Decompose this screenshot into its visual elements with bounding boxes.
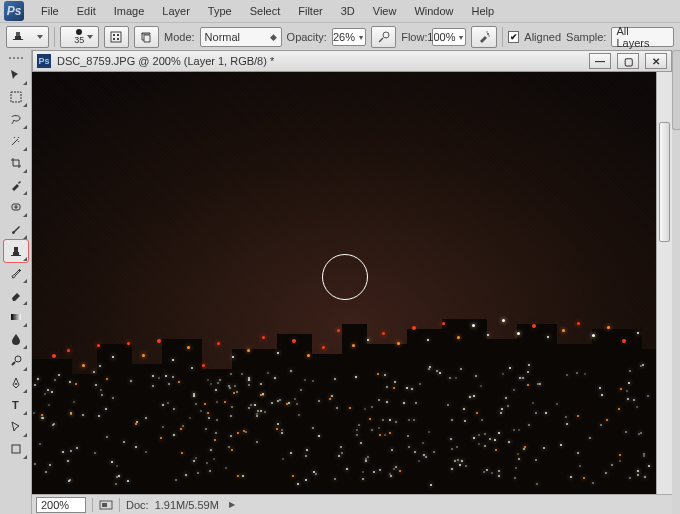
menu-edit[interactable]: Edit [68,2,105,20]
sample-select[interactable]: All Layers [611,27,674,47]
svg-rect-5 [113,38,115,40]
airbrush-toggle[interactable] [471,26,496,48]
blur-tool[interactable] [4,328,28,350]
mode-select[interactable]: Normal ◆ [200,27,282,47]
doc-size-value: 1.91M/5.59M [155,499,219,511]
opacity-label: Opacity: [287,31,327,43]
shape-tool[interactable] [4,438,28,460]
menu-3d[interactable]: 3D [332,2,364,20]
brush-preset-picker[interactable]: 35 [60,26,99,48]
separator [502,27,503,47]
svg-rect-11 [11,92,21,102]
aligned-checkbox[interactable]: ✔ [508,31,520,43]
svg-rect-3 [113,34,115,36]
svg-rect-19 [102,503,107,507]
mode-label: Mode: [164,31,195,43]
options-bar: 35 Mode: Normal ◆ Opacity: 26% ▾ Flow: 1… [0,22,680,50]
separator [54,27,55,47]
flow-label: Flow: [401,31,427,43]
menu-select[interactable]: Select [241,2,290,20]
move-tool[interactable] [4,64,28,86]
svg-text:T: T [12,399,19,411]
sample-label: Sample: [566,31,606,43]
panel-grip[interactable] [0,54,31,62]
history-brush-tool[interactable] [4,262,28,284]
menu-view[interactable]: View [364,2,406,20]
scrollbar-thumb[interactable] [659,122,670,242]
path-select-tool[interactable] [4,416,28,438]
clone-source-panel[interactable] [134,26,159,48]
canvas[interactable] [32,72,672,494]
opacity-value: 26% [333,31,355,43]
menu-bar: Ps File Edit Image Layer Type Select Fil… [0,0,680,22]
document-header: Ps DSC_8759.JPG @ 200% (Layer 1, RGB/8) … [32,50,672,72]
pen-tool[interactable] [4,372,28,394]
healing-tool[interactable] [4,196,28,218]
menu-filter[interactable]: Filter [289,2,331,20]
document-title: DSC_8759.JPG @ 200% (Layer 1, RGB/8) * [57,55,583,67]
svg-rect-4 [117,34,119,36]
menu-file[interactable]: File [32,2,68,20]
menu-layer[interactable]: Layer [153,2,199,20]
document-area: Ps DSC_8759.JPG @ 200% (Layer 1, RGB/8) … [32,50,672,514]
menu-window[interactable]: Window [405,2,462,20]
svg-point-8 [487,33,489,35]
type-tool[interactable]: T [4,394,28,416]
panel-handle[interactable] [672,50,680,130]
preview-icon[interactable] [99,498,113,512]
brush-tool[interactable] [4,218,28,240]
maximize-button[interactable]: ▢ [617,53,639,69]
current-tool-preset[interactable] [6,26,49,48]
vertical-scrollbar[interactable] [656,72,672,494]
dodge-tool[interactable] [4,350,28,372]
opacity-pressure-toggle[interactable] [371,26,396,48]
brush-panel-toggle[interactable] [104,26,129,48]
wand-tool[interactable] [4,130,28,152]
marquee-tool[interactable] [4,86,28,108]
svg-point-7 [383,32,389,38]
eyedropper-tool[interactable] [4,174,28,196]
opacity-input[interactable]: 26% ▾ [332,28,366,46]
svg-rect-6 [117,38,119,40]
clone-stamp-tool[interactable] [4,240,28,262]
mode-value: Normal [205,31,240,43]
menu-type[interactable]: Type [199,2,241,20]
zoom-input[interactable]: 200% [36,497,86,513]
svg-point-15 [15,383,17,385]
flow-input[interactable]: 100% ▾ [432,28,466,46]
menu-help[interactable]: Help [463,2,504,20]
minimize-button[interactable]: — [589,53,611,69]
svg-point-10 [486,31,487,32]
svg-point-14 [15,356,21,362]
photoshop-logo: Ps [4,1,24,21]
brush-cursor [322,254,368,300]
svg-rect-13 [11,314,21,320]
sample-value: All Layers [616,25,659,49]
flow-value: 100% [427,31,455,43]
aligned-label: Aligned [524,31,561,43]
svg-rect-2 [111,32,121,42]
doc-size-label: Doc: [126,499,149,511]
tools-panel: T [0,50,32,514]
menu-image[interactable]: Image [105,2,154,20]
chevron-right-icon[interactable]: ▶ [229,500,235,509]
status-bar: 200% Doc: 1.91M/5.59M ▶ [32,494,672,514]
eraser-tool[interactable] [4,284,28,306]
gradient-tool[interactable] [4,306,28,328]
svg-rect-17 [12,445,20,453]
svg-rect-0 [16,32,20,36]
brush-size-value: 35 [74,36,84,45]
svg-point-9 [488,35,489,36]
close-button[interactable]: ✕ [645,53,667,69]
crop-tool[interactable] [4,152,28,174]
photoshop-doc-icon: Ps [37,54,51,68]
lasso-tool[interactable] [4,108,28,130]
